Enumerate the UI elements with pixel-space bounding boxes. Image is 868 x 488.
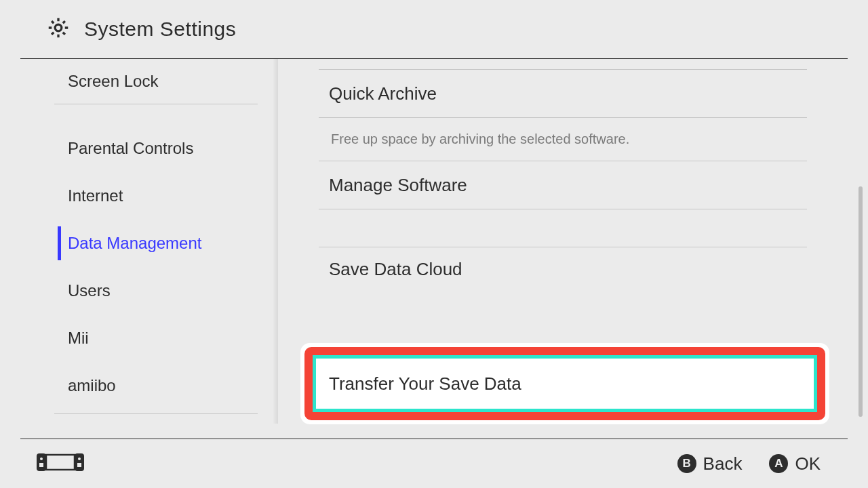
sidebar-item-screen-lock[interactable]: Screen Lock xyxy=(20,59,278,104)
quick-archive-description: Free up space by archiving the selected … xyxy=(319,118,807,161)
option-quick-archive[interactable]: Quick Archive xyxy=(319,70,807,117)
sidebar-item-amiibo[interactable]: amiibo xyxy=(20,362,278,409)
divider xyxy=(54,413,258,414)
sidebar-item-users[interactable]: Users xyxy=(20,267,278,314)
svg-point-4 xyxy=(40,458,43,460)
sidebar-item-mii[interactable]: Mii xyxy=(20,314,278,362)
sidebar-item-label: Internet xyxy=(68,186,123,205)
highlighted-option: Transfer Your Save Data xyxy=(300,343,829,424)
sidebar-item-internet[interactable]: Internet xyxy=(20,172,278,220)
a-button-icon: A xyxy=(769,454,788,473)
controller-icon xyxy=(37,452,84,475)
sidebar-item-label: Screen Lock xyxy=(68,72,158,91)
button-label: OK xyxy=(795,453,821,474)
option-label: Manage Software xyxy=(319,175,467,196)
svg-rect-7 xyxy=(77,463,81,467)
option-label: Transfer Your Save Data xyxy=(329,373,521,394)
sidebar-item-label: Users xyxy=(68,281,111,300)
svg-point-0 xyxy=(55,24,62,31)
option-label: Save Data Cloud xyxy=(319,259,462,280)
gear-icon xyxy=(46,16,71,43)
page-title: System Settings xyxy=(84,18,236,41)
b-button-icon: B xyxy=(677,454,696,473)
svg-rect-2 xyxy=(75,453,84,471)
sidebar-item-label: Parental Controls xyxy=(68,139,193,158)
sidebar-item-data-management[interactable]: Data Management xyxy=(20,220,278,267)
footer: B Back A OK xyxy=(20,439,848,488)
sidebar-item-parental-controls[interactable]: Parental Controls xyxy=(20,125,278,172)
option-label: Quick Archive xyxy=(319,83,437,104)
header: System Settings xyxy=(20,0,848,59)
button-label: Back xyxy=(703,453,743,474)
spacer xyxy=(319,209,807,247)
option-manage-software[interactable]: Manage Software xyxy=(319,161,807,209)
scrollbar-thumb[interactable] xyxy=(859,186,863,417)
callout-outline: Transfer Your Save Data xyxy=(304,347,825,420)
sidebar-item-label: Mii xyxy=(68,329,89,348)
sidebar-item-label: Data Management xyxy=(68,234,201,253)
sidebar-item-label: amiibo xyxy=(68,376,116,395)
svg-rect-6 xyxy=(39,463,43,467)
svg-rect-1 xyxy=(37,453,46,471)
back-button[interactable]: B Back xyxy=(677,453,743,474)
svg-point-5 xyxy=(78,458,81,460)
ok-button[interactable]: A OK xyxy=(769,453,821,474)
option-save-data-cloud[interactable]: Save Data Cloud xyxy=(319,247,807,280)
sidebar: Screen Lock Parental Controls Internet D… xyxy=(20,59,278,424)
svg-rect-3 xyxy=(46,455,75,470)
option-transfer-save-data[interactable]: Transfer Your Save Data xyxy=(313,355,817,412)
